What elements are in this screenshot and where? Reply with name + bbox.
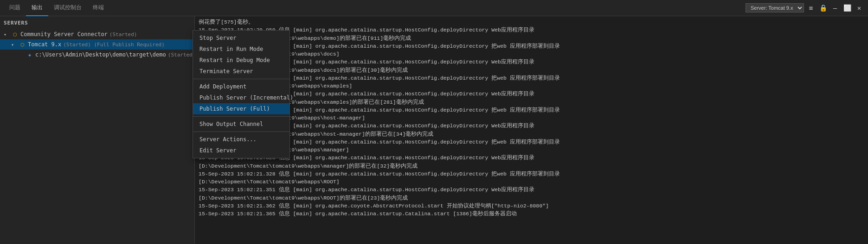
menu-terminate-server[interactable]: Terminate Server bbox=[193, 66, 289, 77]
tab-right-actions: Server: Tomcat 9.x ≡ 🔒 – ⬜ ✕ bbox=[746, 3, 864, 13]
menu-stop-server[interactable]: Stop Server bbox=[193, 32, 289, 44]
sidebar-item-tomcat9[interactable]: ▾ ⬡ Tomcat 9.x (Started) (Full Publish R… bbox=[0, 39, 194, 50]
output-line: [D:\Development\Tomcat\tomcat9\webapps\h… bbox=[199, 130, 864, 138]
output-line: 15-Sep-2023 15:02:21.365 信息 [main] org.a… bbox=[199, 210, 864, 218]
arrow-icon: ▾ bbox=[11, 42, 19, 47]
main-layout: SERVERS ▾ ⬡ Community Server Connector (… bbox=[0, 16, 868, 244]
menu-add-deployment[interactable]: Add Deployment bbox=[193, 81, 289, 92]
output-line: 15-Sep-2023 15:02:21.362 信息 [main] org.a… bbox=[199, 202, 864, 210]
output-line: [D:\Development\Tomcat\tomcat9\webapps\m… bbox=[199, 162, 864, 170]
menu-server-actions[interactable]: Server Actions... bbox=[193, 134, 289, 145]
output-line: [D:\Development\Tomcat\tomcat9\webapps\d… bbox=[199, 34, 864, 42]
menu-publish-full[interactable]: Publish Server (Full) bbox=[193, 103, 289, 114]
output-line: [D:\Development\Tomcat\tomcat9\webapps\d… bbox=[199, 50, 864, 58]
menu-edit-server[interactable]: Edit Server bbox=[193, 145, 289, 156]
sidebar-item-community-server[interactable]: ▾ ⬡ Community Server Connector (Started) bbox=[0, 29, 194, 39]
separator-1 bbox=[193, 79, 289, 79]
tab-terminal[interactable]: 终端 bbox=[87, 0, 109, 16]
output-line: 15-Sep-2023 15:02:21.328 信息 [main] org.a… bbox=[199, 154, 864, 162]
output-line: [D:\Development\Tomcat\tomcat9\webapps\e… bbox=[199, 82, 864, 90]
context-menu: Stop Server Restart in Run Mode Restart … bbox=[193, 30, 290, 158]
separator-3 bbox=[193, 131, 289, 132]
output-line: 15-Sep-2023 15:02:20.951 信息 [main] org.a… bbox=[199, 42, 864, 50]
server-badge: (Started) bbox=[109, 31, 137, 38]
output-line: [D:\Development\Tomcat\tomcat9\webapps\R… bbox=[199, 194, 864, 202]
output-line: 15-Sep-2023 15:02:21.296 信息 [main] org.a… bbox=[199, 138, 864, 146]
output-line: 15-Sep-2023 15:02:21.296 信息 [main] org.a… bbox=[199, 122, 864, 130]
output-line: [D:\Development\Tomcat\tomcat9\webapps\h… bbox=[199, 114, 864, 122]
server-icon: ⬡ bbox=[11, 31, 19, 38]
output-line: 15-Sep-2023 15:02:21.262 信息 [main] org.a… bbox=[199, 106, 864, 114]
separator-2 bbox=[193, 116, 289, 117]
app-icon: ◈ bbox=[26, 51, 33, 58]
output-line: 例花费了[575]毫秒。 bbox=[199, 18, 864, 26]
tab-output[interactable]: 输出 bbox=[26, 0, 48, 16]
sidebar: SERVERS ▾ ⬡ Community Server Connector (… bbox=[0, 16, 195, 244]
output-line: [D:\Development\Tomcat\tomcat9\webapps\e… bbox=[199, 98, 864, 106]
server-select[interactable]: Server: Tomcat 9.x bbox=[746, 3, 804, 13]
output-line: 15-Sep-2023 15:02:20.950 信息 [main] org.a… bbox=[199, 26, 864, 34]
server-label: Community Server Connector bbox=[20, 31, 108, 38]
minimize-icon[interactable]: – bbox=[830, 3, 840, 13]
menu-restart-run[interactable]: Restart in Run Mode bbox=[193, 44, 289, 55]
output-line: 15-Sep-2023 15:02:21.261 信息 [main] org.a… bbox=[199, 90, 864, 98]
menu-icon[interactable]: ≡ bbox=[806, 3, 816, 13]
tab-problems[interactable]: 问题 bbox=[4, 0, 26, 16]
output-line: 15-Sep-2023 15:02:21.328 信息 [main] org.a… bbox=[199, 170, 864, 178]
output-line: 15-Sep-2023 15:02:20.980 信息 [main] org.a… bbox=[199, 58, 864, 66]
lock-icon[interactable]: 🔒 bbox=[818, 3, 828, 13]
close-icon[interactable]: ✕ bbox=[854, 3, 864, 13]
app-label: c:\Users\Admin\Desktop\demo\target\demo bbox=[35, 51, 166, 58]
output-panel: 例花费了[575]毫秒。15-Sep-2023 15:02:20.950 信息 … bbox=[195, 16, 868, 244]
maximize-icon[interactable]: ⬜ bbox=[842, 3, 852, 13]
menu-restart-debug[interactable]: Restart in Debug Mode bbox=[193, 55, 289, 66]
tomcat-label: Tomcat 9.x bbox=[28, 41, 61, 48]
tomcat-icon: ⬡ bbox=[19, 41, 26, 48]
output-line: [D:\Development\Tomcat\tomcat9\webapps\m… bbox=[199, 146, 864, 154]
output-line: 15-Sep-2023 15:02:21.351 信息 [main] org.a… bbox=[199, 186, 864, 194]
arrow-icon bbox=[19, 52, 26, 57]
output-line: 15-Sep-2023 15:02:20.980 信息 [main] org.a… bbox=[199, 74, 864, 82]
arrow-icon: ▾ bbox=[4, 32, 11, 37]
output-line: [D:\Development\Tomcat\tomcat9\webapps\R… bbox=[199, 178, 864, 186]
menu-show-output[interactable]: Show Output Channel bbox=[193, 119, 289, 130]
output-content[interactable]: 例花费了[575]毫秒。15-Sep-2023 15:02:20.950 信息 … bbox=[195, 16, 868, 244]
tab-debug-console[interactable]: 调试控制台 bbox=[48, 0, 87, 16]
tomcat-badge: (Started) (Full Publish Required) bbox=[63, 42, 165, 48]
tab-bar: 问题 输出 调试控制台 终端 Server: Tomcat 9.x ≡ 🔒 – … bbox=[0, 0, 868, 16]
sidebar-header: SERVERS bbox=[0, 16, 194, 29]
sidebar-item-demo-app[interactable]: ◈ c:\Users\Admin\Desktop\demo\target\dem… bbox=[0, 50, 194, 60]
output-line: [D:\Development\Tomcat\tomcat9\webapps\d… bbox=[199, 66, 864, 74]
menu-publish-incremental[interactable]: Publish Server (Incremental) bbox=[193, 92, 289, 103]
